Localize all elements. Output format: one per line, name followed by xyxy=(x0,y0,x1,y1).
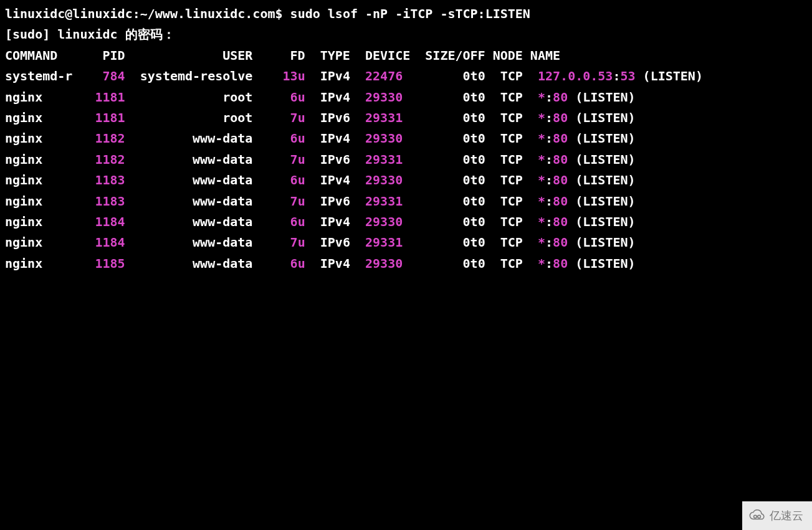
cell-user: www-data xyxy=(133,214,253,229)
cell-user: www-data xyxy=(133,194,253,209)
table-row: nginx 1185 www-data 6u IPv4 29330 0t0 TC… xyxy=(5,253,807,274)
cell-type: IPv6 xyxy=(320,235,365,250)
cell-user: www-data xyxy=(133,173,253,187)
cell-port: 53 xyxy=(620,69,635,83)
cell-node: TCP xyxy=(500,194,538,209)
cell-listen: (LISTEN) xyxy=(575,131,635,146)
cell-host: 127.0.0.53 xyxy=(538,69,613,83)
table-row: nginx 1184 www-data 6u IPv4 29330 0t0 TC… xyxy=(5,212,807,232)
cell-fd: 6u xyxy=(260,256,305,271)
cell-type: IPv6 xyxy=(320,152,365,167)
table-row: nginx 1183 www-data 6u IPv4 29330 0t0 TC… xyxy=(5,170,807,191)
cell-listen: (LISTEN) xyxy=(575,152,635,167)
cell-user: www-data xyxy=(133,256,253,271)
cell-user: root xyxy=(133,90,253,105)
prompt-line: linuxidc@linuxidc:~/www.linuxidc.com$ su… xyxy=(5,4,807,24)
cell-pid: 1183 xyxy=(72,194,125,209)
cloud-icon xyxy=(748,509,766,522)
cell-host: * xyxy=(538,90,545,105)
cell-host: * xyxy=(538,131,545,146)
cell-device: 29331 xyxy=(365,110,418,125)
svg-point-0 xyxy=(754,515,757,518)
cell-sizeoff: 0t0 xyxy=(418,194,485,209)
table-row: nginx 1184 www-data 7u IPv6 29331 0t0 TC… xyxy=(5,232,807,253)
cell-fd: 6u xyxy=(260,131,305,146)
terminal-output[interactable]: linuxidc@linuxidc:~/www.linuxidc.com$ su… xyxy=(5,4,807,274)
cell-sizeoff: 0t0 xyxy=(418,235,485,250)
cell-fd: 6u xyxy=(260,214,305,229)
cell-colon: : xyxy=(545,110,553,125)
cell-pid: 1181 xyxy=(72,90,125,105)
cell-pid: 1184 xyxy=(72,235,125,250)
cell-node: TCP xyxy=(500,173,538,187)
cell-type: IPv4 xyxy=(320,256,365,271)
cell-host: * xyxy=(538,256,545,271)
cell-sizeoff: 0t0 xyxy=(418,173,485,187)
cell-device: 29330 xyxy=(365,90,418,105)
cell-sizeoff: 0t0 xyxy=(418,256,485,271)
cell-command: nginx xyxy=(5,235,72,250)
cell-fd: 6u xyxy=(260,90,305,105)
cell-type: IPv4 xyxy=(320,214,365,229)
cell-command: nginx xyxy=(5,256,72,271)
table-row: nginx 1182 www-data 6u IPv4 29330 0t0 TC… xyxy=(5,128,807,149)
cell-port: 80 xyxy=(553,235,568,250)
cell-colon: : xyxy=(545,235,553,250)
cell-colon: : xyxy=(545,90,553,105)
table-row: nginx 1182 www-data 7u IPv6 29331 0t0 TC… xyxy=(5,149,807,170)
svg-point-1 xyxy=(758,515,761,518)
cell-user: www-data xyxy=(133,152,253,167)
cell-port: 80 xyxy=(553,90,568,105)
cell-port: 80 xyxy=(553,110,568,125)
cell-sizeoff: 0t0 xyxy=(418,152,485,167)
cell-port: 80 xyxy=(553,152,568,167)
watermark-text: 亿速云 xyxy=(770,506,803,525)
cell-sizeoff: 0t0 xyxy=(418,214,485,229)
cell-pid: 1182 xyxy=(72,152,125,167)
watermark-badge: 亿速云 xyxy=(742,501,812,530)
cell-node: TCP xyxy=(500,214,538,229)
cell-user: root xyxy=(133,110,253,125)
cell-colon: : xyxy=(545,194,553,209)
cell-port: 80 xyxy=(553,194,568,209)
cell-host: * xyxy=(538,173,545,187)
cell-host: * xyxy=(538,110,545,125)
cell-node: TCP xyxy=(500,110,538,125)
cell-listen: (LISTEN) xyxy=(575,256,635,271)
prompt-userhost: linuxidc@linuxidc xyxy=(5,6,133,21)
cell-listen: (LISTEN) xyxy=(575,235,635,250)
cell-sizeoff: 0t0 xyxy=(418,110,485,125)
cell-fd: 7u xyxy=(260,152,305,167)
cell-user: systemd-resolve xyxy=(133,69,253,83)
cell-listen: (LISTEN) xyxy=(575,90,635,105)
cell-command: nginx xyxy=(5,110,72,125)
cell-port: 80 xyxy=(553,131,568,146)
cell-node: TCP xyxy=(500,69,538,83)
cell-host: * xyxy=(538,152,545,167)
cell-fd: 6u xyxy=(260,173,305,187)
cell-sizeoff: 0t0 xyxy=(418,90,485,105)
cell-host: * xyxy=(538,194,545,209)
cell-pid: 1181 xyxy=(72,110,125,125)
cell-fd: 7u xyxy=(260,194,305,209)
table-row: nginx 1181 root 7u IPv6 29331 0t0 TCP *:… xyxy=(5,108,807,128)
cell-user: www-data xyxy=(133,235,253,250)
cell-sizeoff: 0t0 xyxy=(418,69,485,83)
cell-device: 29331 xyxy=(365,152,418,167)
table-row: systemd-r 784 systemd-resolve 13u IPv4 2… xyxy=(5,66,807,87)
prompt-symbol: $ xyxy=(275,6,283,21)
cell-device: 29330 xyxy=(365,256,418,271)
cell-host: * xyxy=(538,214,545,229)
cell-type: IPv4 xyxy=(320,173,365,187)
table-row: nginx 1181 root 6u IPv4 29330 0t0 TCP *:… xyxy=(5,87,807,108)
cell-listen: (LISTEN) xyxy=(575,194,635,209)
cell-colon: : xyxy=(545,214,553,229)
cell-command: nginx xyxy=(5,90,72,105)
cell-colon: : xyxy=(545,256,553,271)
cell-port: 80 xyxy=(553,173,568,187)
cell-command: systemd-r xyxy=(5,69,72,83)
cell-fd: 7u xyxy=(260,235,305,250)
cell-listen: (LISTEN) xyxy=(643,69,703,83)
cell-listen: (LISTEN) xyxy=(575,110,635,125)
cell-node: TCP xyxy=(500,90,538,105)
